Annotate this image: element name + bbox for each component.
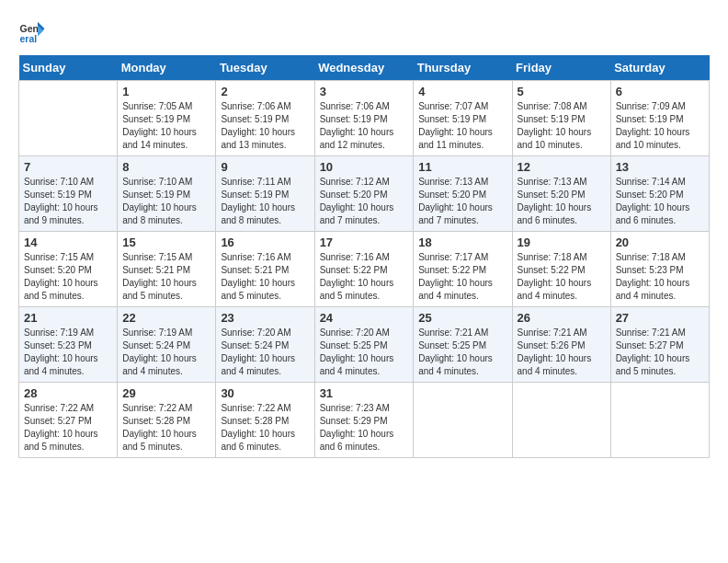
calendar-cell: 20Sunrise: 7:18 AMSunset: 5:23 PMDayligh… xyxy=(610,232,709,307)
day-info: Sunrise: 7:19 AMSunset: 5:24 PMDaylight:… xyxy=(122,327,210,378)
day-info: Sunrise: 7:22 AMSunset: 5:28 PMDaylight:… xyxy=(122,402,210,454)
day-number: 26 xyxy=(518,311,606,325)
day-number: 8 xyxy=(122,160,210,174)
day-info: Sunrise: 7:13 AMSunset: 5:20 PMDaylight:… xyxy=(518,176,606,227)
calendar-cell: 1Sunrise: 7:05 AMSunset: 5:19 PMDaylight… xyxy=(118,81,216,156)
calendar-cell: 26Sunrise: 7:21 AMSunset: 5:26 PMDayligh… xyxy=(512,307,610,383)
calendar-cell: 5Sunrise: 7:08 AMSunset: 5:19 PMDaylight… xyxy=(512,81,610,156)
calendar-cell: 12Sunrise: 7:13 AMSunset: 5:20 PMDayligh… xyxy=(512,156,610,232)
calendar-cell: 27Sunrise: 7:21 AMSunset: 5:27 PMDayligh… xyxy=(610,307,709,383)
calendar-week-row: 1Sunrise: 7:05 AMSunset: 5:19 PMDaylight… xyxy=(19,81,710,156)
calendar-cell xyxy=(512,383,610,458)
day-number: 10 xyxy=(320,160,409,174)
day-info: Sunrise: 7:21 AMSunset: 5:27 PMDaylight:… xyxy=(616,327,704,378)
day-number: 20 xyxy=(616,236,704,249)
day-info: Sunrise: 7:10 AMSunset: 5:19 PMDaylight:… xyxy=(122,176,210,227)
calendar-cell xyxy=(414,383,512,458)
header-tuesday: Tuesday xyxy=(216,55,314,81)
day-info: Sunrise: 7:14 AMSunset: 5:20 PMDaylight:… xyxy=(616,176,704,227)
day-number: 13 xyxy=(616,160,704,174)
calendar-cell: 25Sunrise: 7:21 AMSunset: 5:25 PMDayligh… xyxy=(414,307,512,383)
day-info: Sunrise: 7:17 AMSunset: 5:22 PMDaylight:… xyxy=(418,251,506,303)
day-info: Sunrise: 7:21 AMSunset: 5:25 PMDaylight:… xyxy=(418,327,506,378)
calendar-cell: 30Sunrise: 7:22 AMSunset: 5:28 PMDayligh… xyxy=(216,383,314,458)
day-info: Sunrise: 7:18 AMSunset: 5:23 PMDaylight:… xyxy=(616,251,704,303)
calendar-cell: 9Sunrise: 7:11 AMSunset: 5:19 PMDaylight… xyxy=(216,156,314,232)
header-wednesday: Wednesday xyxy=(314,55,414,81)
header-monday: Monday xyxy=(118,55,216,81)
header-sunday: Sunday xyxy=(19,55,118,81)
calendar-cell: 10Sunrise: 7:12 AMSunset: 5:20 PMDayligh… xyxy=(314,156,414,232)
day-number: 29 xyxy=(122,386,210,400)
day-info: Sunrise: 7:20 AMSunset: 5:24 PMDaylight:… xyxy=(221,327,309,378)
header-friday: Friday xyxy=(512,55,610,81)
day-number: 2 xyxy=(221,85,309,98)
calendar-cell xyxy=(19,81,118,156)
day-number: 28 xyxy=(24,386,112,400)
day-info: Sunrise: 7:22 AMSunset: 5:28 PMDaylight:… xyxy=(221,402,309,454)
day-info: Sunrise: 7:13 AMSunset: 5:20 PMDaylight:… xyxy=(418,176,506,227)
calendar-cell: 21Sunrise: 7:19 AMSunset: 5:23 PMDayligh… xyxy=(19,307,118,383)
header-saturday: Saturday xyxy=(610,55,709,81)
calendar-header-row: SundayMondayTuesdayWednesdayThursdayFrid… xyxy=(19,55,710,81)
day-number: 17 xyxy=(320,236,409,249)
logo-icon: Gen eral xyxy=(18,18,46,46)
day-info: Sunrise: 7:16 AMSunset: 5:22 PMDaylight:… xyxy=(320,251,409,303)
calendar-cell: 24Sunrise: 7:20 AMSunset: 5:25 PMDayligh… xyxy=(314,307,414,383)
calendar-cell: 18Sunrise: 7:17 AMSunset: 5:22 PMDayligh… xyxy=(414,232,512,307)
day-info: Sunrise: 7:20 AMSunset: 5:25 PMDaylight:… xyxy=(320,327,409,378)
day-number: 18 xyxy=(418,236,506,249)
day-number: 30 xyxy=(221,386,309,400)
calendar-cell: 17Sunrise: 7:16 AMSunset: 5:22 PMDayligh… xyxy=(314,232,414,307)
day-info: Sunrise: 7:06 AMSunset: 5:19 PMDaylight:… xyxy=(221,100,309,152)
day-number: 11 xyxy=(418,160,506,174)
day-number: 7 xyxy=(24,160,112,174)
calendar-cell: 2Sunrise: 7:06 AMSunset: 5:19 PMDaylight… xyxy=(216,81,314,156)
header-thursday: Thursday xyxy=(414,55,512,81)
day-number: 22 xyxy=(122,311,210,325)
day-number: 1 xyxy=(122,85,210,98)
calendar-week-row: 7Sunrise: 7:10 AMSunset: 5:19 PMDaylight… xyxy=(19,156,710,232)
day-number: 24 xyxy=(320,311,409,325)
calendar-cell: 13Sunrise: 7:14 AMSunset: 5:20 PMDayligh… xyxy=(610,156,709,232)
day-number: 3 xyxy=(320,85,409,98)
day-number: 6 xyxy=(616,85,704,98)
day-number: 19 xyxy=(518,236,606,249)
day-info: Sunrise: 7:18 AMSunset: 5:22 PMDaylight:… xyxy=(518,251,606,303)
day-number: 23 xyxy=(221,311,309,325)
day-number: 9 xyxy=(221,160,309,174)
day-info: Sunrise: 7:22 AMSunset: 5:27 PMDaylight:… xyxy=(24,402,112,454)
calendar-cell: 3Sunrise: 7:06 AMSunset: 5:19 PMDaylight… xyxy=(314,81,414,156)
day-number: 25 xyxy=(418,311,506,325)
day-info: Sunrise: 7:11 AMSunset: 5:19 PMDaylight:… xyxy=(221,176,309,227)
day-number: 21 xyxy=(24,311,112,325)
day-info: Sunrise: 7:12 AMSunset: 5:20 PMDaylight:… xyxy=(320,176,409,227)
calendar-cell xyxy=(610,383,709,458)
day-number: 16 xyxy=(221,236,309,249)
calendar-cell: 16Sunrise: 7:16 AMSunset: 5:21 PMDayligh… xyxy=(216,232,314,307)
calendar-cell: 7Sunrise: 7:10 AMSunset: 5:19 PMDaylight… xyxy=(19,156,118,232)
day-info: Sunrise: 7:08 AMSunset: 5:19 PMDaylight:… xyxy=(518,100,606,152)
calendar-table: SundayMondayTuesdayWednesdayThursdayFrid… xyxy=(18,55,710,458)
day-info: Sunrise: 7:10 AMSunset: 5:19 PMDaylight:… xyxy=(24,176,112,227)
logo: Gen eral xyxy=(18,18,50,46)
day-info: Sunrise: 7:06 AMSunset: 5:19 PMDaylight:… xyxy=(320,100,409,152)
calendar-cell: 4Sunrise: 7:07 AMSunset: 5:19 PMDaylight… xyxy=(414,81,512,156)
day-number: 5 xyxy=(518,85,606,98)
day-info: Sunrise: 7:16 AMSunset: 5:21 PMDaylight:… xyxy=(221,251,309,303)
day-info: Sunrise: 7:19 AMSunset: 5:23 PMDaylight:… xyxy=(24,327,112,378)
calendar-cell: 22Sunrise: 7:19 AMSunset: 5:24 PMDayligh… xyxy=(118,307,216,383)
day-number: 31 xyxy=(320,386,409,400)
calendar-cell: 29Sunrise: 7:22 AMSunset: 5:28 PMDayligh… xyxy=(118,383,216,458)
calendar-cell: 23Sunrise: 7:20 AMSunset: 5:24 PMDayligh… xyxy=(216,307,314,383)
day-info: Sunrise: 7:09 AMSunset: 5:19 PMDaylight:… xyxy=(616,100,704,152)
calendar-week-row: 28Sunrise: 7:22 AMSunset: 5:27 PMDayligh… xyxy=(19,383,710,458)
day-number: 14 xyxy=(24,236,112,249)
day-info: Sunrise: 7:21 AMSunset: 5:26 PMDaylight:… xyxy=(518,327,606,378)
calendar-cell: 15Sunrise: 7:15 AMSunset: 5:21 PMDayligh… xyxy=(118,232,216,307)
day-info: Sunrise: 7:05 AMSunset: 5:19 PMDaylight:… xyxy=(122,100,210,152)
header: Gen eral xyxy=(18,18,710,46)
day-number: 12 xyxy=(518,160,606,174)
day-number: 15 xyxy=(122,236,210,249)
day-info: Sunrise: 7:15 AMSunset: 5:20 PMDaylight:… xyxy=(24,251,112,303)
